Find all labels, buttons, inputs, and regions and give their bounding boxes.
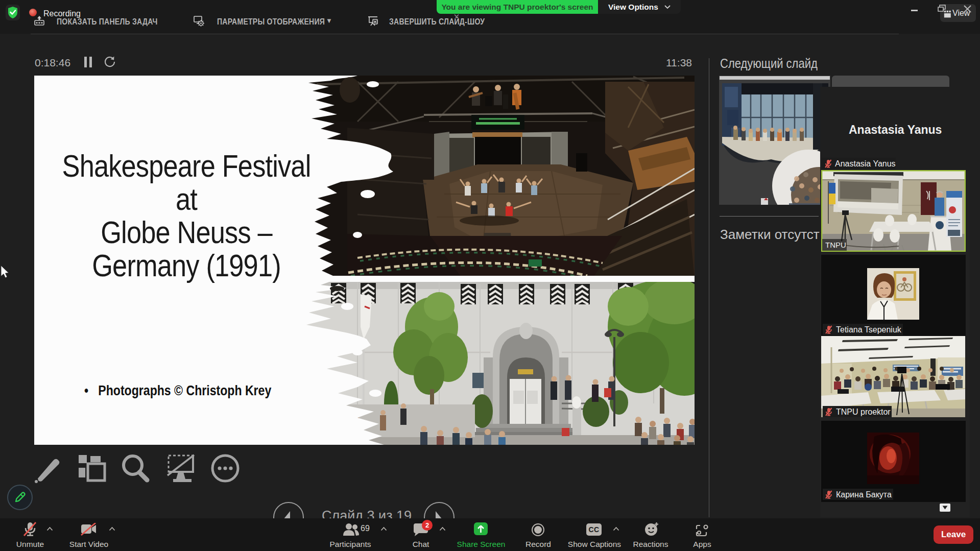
svg-text:TNPU: TNPU — [825, 241, 846, 249]
